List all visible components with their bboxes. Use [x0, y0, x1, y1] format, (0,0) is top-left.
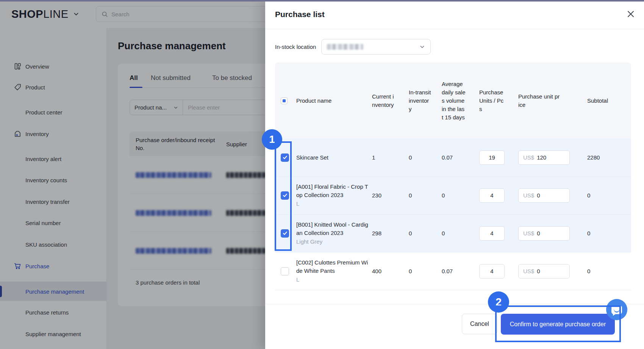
product-name-cell: [A001] Floral Fabric - Crop Top Collecti…: [296, 183, 371, 208]
avg-daily-sales-value: 0.07: [439, 154, 479, 161]
unit-price-input[interactable]: US$0: [518, 188, 570, 203]
annotation-step-1-highlight: [275, 141, 292, 251]
in-transit-inventory-value: 0: [406, 268, 439, 274]
in-transit-inventory-value: 0: [406, 192, 439, 199]
currency-prefix: US$: [523, 268, 534, 274]
unit-price-value: 0: [537, 230, 540, 236]
purchase-list-modal: Purchase list In-stock location Product …: [265, 0, 644, 349]
modal-footer-divider: [265, 304, 644, 304]
currency-prefix: US$: [523, 192, 534, 199]
subtotal-value: 0: [580, 230, 631, 236]
row-checkbox[interactable]: [281, 267, 289, 275]
product-name-cell: Skincare Set: [296, 153, 371, 162]
modal-title: Purchase list: [275, 0, 325, 29]
in-transit-inventory-value: 0: [406, 154, 439, 161]
subtotal-value: 0: [580, 192, 631, 199]
current-inventory-value: 230: [371, 192, 406, 199]
redacted-location-value: [327, 44, 363, 50]
close-icon[interactable]: [626, 9, 636, 19]
purchase-list-row: [B001] Knitted Wool - Cardigan Collectio…: [275, 214, 631, 252]
avg-daily-sales-value: 0.07: [439, 268, 479, 274]
subtotal-value: 0: [580, 268, 631, 274]
purchase-units-input[interactable]: [479, 188, 505, 203]
purchase-list-row: [C002] Culottes Premium Wide White Pants…: [275, 252, 631, 290]
unit-price-input[interactable]: US$0: [518, 226, 570, 241]
purchase-units-input[interactable]: [479, 226, 505, 241]
subtotal-value: 2280: [580, 154, 631, 161]
avg-daily-sales-value: 0: [439, 230, 479, 236]
col-avg-daily-sales: Average daily sales volume in the last 1…: [442, 80, 466, 122]
product-variant: Light Grey: [296, 238, 368, 246]
in-stock-location-label: In-stock location: [275, 44, 316, 50]
purchase-list-table-header: Product name Current inventory In-transi…: [275, 63, 631, 139]
product-name-cell: [B001] Knitted Wool - Cardigan Collectio…: [296, 221, 371, 246]
currency-prefix: US$: [523, 230, 534, 236]
col-purchase-unit-price: Purchase unit price: [518, 92, 560, 109]
chevron-down-icon: [419, 44, 425, 50]
window-top-edge: [0, 0, 644, 2]
unit-price-value: 120: [537, 154, 546, 161]
product-name: [A001] Floral Fabric - Crop Top Collecti…: [296, 183, 368, 199]
col-purchase-units: Purchase Units / Pcs: [479, 88, 504, 113]
current-inventory-value: 298: [371, 230, 406, 236]
annotation-step-2-highlight: [495, 305, 621, 342]
modal-header-divider: [265, 29, 644, 29]
purchase-list-row: Skincare Set100.07US$1202280: [275, 139, 631, 177]
col-product-name: Product name: [296, 97, 371, 105]
in-stock-location-select[interactable]: [321, 39, 431, 55]
in-transit-inventory-value: 0: [406, 230, 439, 236]
select-all-checkbox[interactable]: [281, 97, 288, 104]
col-current-inventory: Current inventory: [372, 92, 395, 109]
purchase-list-table: Product name Current inventory In-transi…: [275, 63, 631, 290]
current-inventory-value: 400: [371, 268, 406, 274]
unit-price-input[interactable]: US$120: [518, 150, 570, 165]
product-variant: L: [296, 200, 368, 208]
col-subtotal: Subtotal: [580, 97, 631, 105]
product-name: [B001] Knitted Wool - Cardigan Collectio…: [296, 221, 368, 237]
purchase-units-input[interactable]: [479, 150, 505, 165]
unit-price-value: 0: [537, 192, 540, 199]
product-variant: L: [296, 275, 368, 284]
product-name: Skincare Set: [296, 153, 368, 162]
purchase-units-input[interactable]: [479, 264, 505, 279]
unit-price-input[interactable]: US$0: [518, 264, 570, 279]
unit-price-value: 0: [537, 268, 540, 274]
avg-daily-sales-value: 0: [439, 192, 479, 199]
currency-prefix: US$: [523, 154, 534, 161]
cancel-button[interactable]: Cancel: [462, 314, 497, 334]
purchase-list-row: [A001] Floral Fabric - Crop Top Collecti…: [275, 177, 631, 214]
product-name-cell: [C002] Culottes Premium Wide White Pants…: [296, 258, 371, 284]
current-inventory-value: 1: [371, 154, 406, 161]
product-name: [C002] Culottes Premium Wide White Pants: [296, 258, 368, 275]
col-in-transit-inventory: In-transit inventory: [409, 88, 431, 113]
